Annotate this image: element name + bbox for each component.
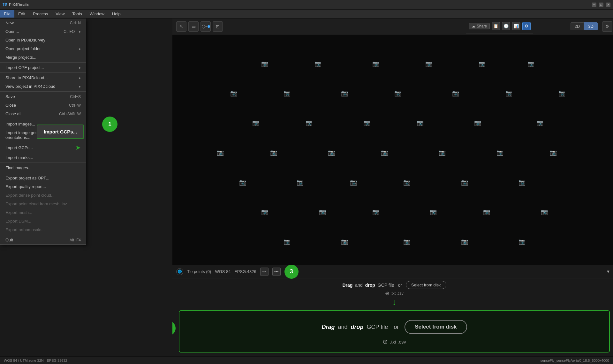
camera-icon: 📷 bbox=[284, 90, 291, 96]
camera-icon: 📷 bbox=[558, 90, 565, 96]
menu-open-project-folder[interactable]: Open project folder ● bbox=[0, 44, 86, 53]
collapse-panel-button[interactable]: ▼ bbox=[604, 268, 612, 276]
camera-icon: 📷 bbox=[319, 209, 326, 215]
menu-find-images[interactable]: Find images... bbox=[0, 163, 86, 172]
chart-button[interactable]: 📊 bbox=[512, 22, 520, 30]
menu-process[interactable]: Process bbox=[29, 10, 52, 18]
camera-icon: 📷 bbox=[439, 150, 446, 155]
separator-3 bbox=[0, 91, 86, 92]
menu-file[interactable]: File bbox=[0, 10, 14, 18]
menu-open-pix4dsurvey[interactable]: Open in PIX4Dsurvey bbox=[0, 36, 86, 44]
viewport-toolbar: ↖ ▭ ⬡ ▾ ⊡ 2D 3D ⚙ bbox=[172, 19, 613, 34]
down-arrow-icon: ↓ bbox=[392, 297, 397, 307]
camera-icon: 📷 bbox=[527, 61, 534, 67]
camera-icon: 📷 bbox=[461, 179, 468, 185]
camera-icon: 📷 bbox=[261, 209, 268, 215]
menu-quit[interactable]: QuitAlt+F4 bbox=[0, 236, 86, 244]
crop-tool-button[interactable]: ⊡ bbox=[213, 21, 223, 32]
menu-export-opf[interactable]: Export project as OPF... bbox=[0, 174, 86, 182]
settings-button[interactable]: ⚙ bbox=[522, 22, 531, 30]
gcp-dropzone-small[interactable]: Drag and drop GCP file or Select from di… bbox=[172, 278, 613, 296]
more-options-button[interactable]: ••• bbox=[272, 268, 281, 276]
camera-icon: 📷 bbox=[518, 239, 526, 245]
close-button[interactable]: ✕ bbox=[606, 3, 610, 7]
clipboard-button[interactable]: 📋 bbox=[492, 22, 500, 30]
crosshair-large-icon: ⊕ bbox=[382, 338, 388, 345]
camera-icon: 📷 bbox=[394, 90, 401, 96]
menu-help[interactable]: Help bbox=[108, 10, 125, 18]
shape-tool-button[interactable]: ⬡ ▾ bbox=[201, 21, 211, 32]
camera-icon: 📷 bbox=[403, 239, 410, 245]
select-tool-button[interactable]: ↖ bbox=[176, 21, 186, 32]
camera-icon: 📷 bbox=[239, 179, 246, 185]
gcp-dropzone-large[interactable]: 2 Drag and drop GCP file or Select from … bbox=[179, 310, 610, 353]
history-button[interactable]: 🕒 bbox=[502, 22, 510, 30]
gcps-arrow: ➤ bbox=[75, 144, 81, 151]
menu-export-mesh: Export mesh... bbox=[0, 208, 86, 217]
camera-icon: 📷 bbox=[541, 209, 548, 215]
menu-open[interactable]: Open... Ctrl+O ● bbox=[0, 27, 86, 36]
select-from-disk-button-large[interactable]: Select from disk bbox=[405, 320, 467, 334]
file-types-small: .txt .csv bbox=[390, 291, 404, 296]
camera-icon: 📷 bbox=[328, 150, 335, 155]
menu-export-pointcloud: Export dense point cloud... bbox=[0, 191, 86, 200]
import-gcps-tooltip: Import GCPs... bbox=[37, 125, 84, 139]
menu-close[interactable]: CloseCtrl+W bbox=[0, 101, 86, 110]
statusbar: WGS 84 / UTM zone 32N - EPSG:32632 sense… bbox=[0, 356, 613, 364]
menu-window[interactable]: Window bbox=[86, 10, 108, 18]
badge-3: 3 bbox=[284, 265, 299, 279]
drag-text: Drag bbox=[342, 283, 352, 288]
menu-export-mesh-laz: Export point cloud from mesh .laz... bbox=[0, 200, 86, 208]
camera-icon: 📷 bbox=[417, 120, 424, 126]
file-types-large: .txt .csv bbox=[390, 339, 406, 345]
camera-icon: 📷 bbox=[306, 120, 313, 126]
menu-import-gcps[interactable]: Import GCPs... ➤ bbox=[0, 142, 86, 153]
menu-export-dsm: Export DSM... bbox=[0, 217, 86, 225]
badge-1: 1 bbox=[102, 117, 117, 132]
camera-icon: 📷 bbox=[297, 179, 304, 185]
select-from-disk-button-small[interactable]: Select from disk bbox=[406, 281, 446, 289]
view-3d-button[interactable]: 3D bbox=[584, 22, 598, 30]
camera-icon: 📷 bbox=[372, 61, 379, 67]
camera-icon: 📷 bbox=[518, 179, 526, 185]
share-button[interactable]: ☁ Share bbox=[469, 23, 490, 29]
menu-import-marks[interactable]: Import marks... bbox=[0, 153, 86, 162]
camera-icon: 📷 bbox=[363, 120, 370, 126]
menu-export-quality[interactable]: Export quality report... bbox=[0, 182, 86, 191]
badge-2: 2 bbox=[172, 321, 176, 336]
menu-import-opf[interactable]: Import OPF project... ● bbox=[0, 63, 86, 72]
camera-icon: 📷 bbox=[496, 150, 503, 155]
camera-icon: 📷 bbox=[430, 209, 437, 215]
rect-tool-button[interactable]: ▭ bbox=[188, 21, 199, 32]
camera-icon: 📷 bbox=[261, 61, 268, 67]
menu-view-pix4dcloud[interactable]: View project in PIX4Dcloud ● bbox=[0, 82, 86, 91]
edit-crs-button[interactable]: ✏ bbox=[260, 268, 269, 276]
menu-tools[interactable]: Tools bbox=[68, 10, 86, 18]
menu-new[interactable]: NewCtrl+N bbox=[0, 19, 86, 27]
camera-icon: 📷 bbox=[425, 61, 432, 67]
statusbar-crs: WGS 84 / UTM zone 32N - EPSG:32632 bbox=[4, 359, 67, 362]
main-viewport: ☁ Share 📋 🕒 📊 ⚙ ↖ ▭ ⬡ ▾ ⊡ 2D 3D ⚙ bbox=[172, 19, 613, 364]
view-2d-button[interactable]: 2D bbox=[571, 22, 584, 30]
camera-icon: 📷 bbox=[314, 61, 322, 67]
maximize-button[interactable]: □ bbox=[599, 3, 603, 7]
camera-icon: 📷 bbox=[372, 209, 379, 215]
menu-share-pix4dcloud[interactable]: Share to PIX4Dcloud... ● bbox=[0, 73, 86, 82]
separator-7 bbox=[0, 235, 86, 235]
minimize-button[interactable]: ─ bbox=[592, 3, 596, 7]
menu-edit[interactable]: Edit bbox=[14, 10, 29, 18]
menu-view[interactable]: View bbox=[52, 10, 68, 18]
camera-icon: 📷 bbox=[403, 179, 410, 185]
crosshair-icon: ⊕ bbox=[385, 290, 389, 296]
camera-icon: 📷 bbox=[550, 150, 557, 155]
view-toggle: 2D 3D bbox=[571, 22, 598, 30]
menu-merge-projects[interactable]: Merge projects... bbox=[0, 53, 86, 62]
camera-icon: 📷 bbox=[461, 239, 468, 245]
menu-close-all[interactable]: Close allCtrl+Shift+W bbox=[0, 110, 86, 118]
camera-icon: 📷 bbox=[341, 90, 348, 96]
tie-points-label: Tie points (0) bbox=[187, 269, 211, 274]
menu-save[interactable]: SaveCtrl+S bbox=[0, 92, 86, 101]
camera-icon: 📷 bbox=[381, 150, 388, 155]
viewport-settings-button[interactable]: ⚙ bbox=[602, 21, 612, 32]
tool-indicator bbox=[208, 25, 210, 28]
